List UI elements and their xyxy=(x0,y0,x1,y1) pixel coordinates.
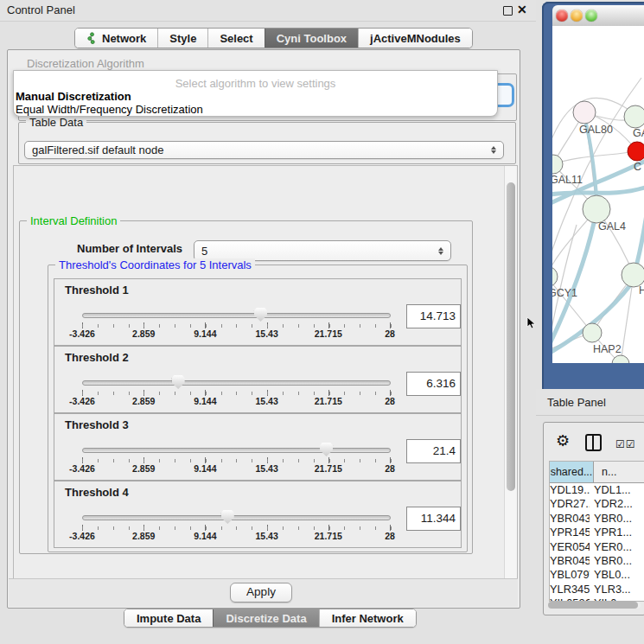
threshold-2-value-field[interactable]: 6.316 xyxy=(406,372,461,396)
tab-jactivemnodules[interactable]: jActiveMNodules xyxy=(358,29,472,48)
network-window-titlebar[interactable] xyxy=(552,5,644,27)
table-row[interactable]: YPR145WYPR1... xyxy=(550,526,644,539)
slider-scale: -3.4262.8599.14415.4321.71528 xyxy=(54,396,461,408)
table-cell: YBR0... xyxy=(590,554,644,568)
threshold-4-value-field[interactable]: 11.344 xyxy=(406,507,461,531)
tab-network[interactable]: Network xyxy=(75,29,157,48)
network-node[interactable] xyxy=(552,155,563,174)
network-node[interactable] xyxy=(624,105,644,128)
network-node[interactable] xyxy=(583,323,602,342)
threshold-3-label: Threshold 3 xyxy=(65,418,129,431)
column-header-name[interactable]: n... xyxy=(594,462,644,482)
table-row[interactable]: YDR27...YDR2... xyxy=(550,497,644,511)
table-cell: YDL1... xyxy=(590,483,644,497)
algorithm-option-manual[interactable]: Manual Discretization xyxy=(16,90,131,103)
tab-select-label: Select xyxy=(220,32,252,45)
combobox-stepper-icon[interactable] xyxy=(488,142,499,158)
threshold-1-value-field[interactable]: 14.713 xyxy=(406,304,461,328)
float-window-icon[interactable] xyxy=(503,6,513,16)
settings-vertical-scrollbar[interactable] xyxy=(504,166,517,579)
control-panel-title: Control Panel xyxy=(7,3,75,16)
network-node[interactable] xyxy=(552,266,558,287)
network-canvas[interactable]: GAL80GACGAL11GAL4GCY1HHAP2 xyxy=(552,26,644,363)
slider-scale-label: 2.859 xyxy=(132,531,155,541)
network-node[interactable] xyxy=(628,142,644,161)
discretization-algorithm-group-title: Discretization Algorithm xyxy=(27,57,144,70)
table-horizontal-scrollbar[interactable] xyxy=(548,602,641,609)
table-cell: YBR045C xyxy=(550,554,590,568)
tab-infer-network[interactable]: Infer Network xyxy=(319,609,416,627)
network-node[interactable] xyxy=(622,263,644,287)
control-panel-titlebar: Control Panel ✕ xyxy=(0,0,536,22)
table-row[interactable]: YDL19...YDL1... xyxy=(550,483,644,497)
tab-impute-data[interactable]: Impute Data xyxy=(124,609,213,627)
table-hscrollbar-thumb[interactable] xyxy=(548,602,638,609)
network-node-label: GAL80 xyxy=(579,124,613,136)
tab-cyni-toolbox[interactable]: Cyni Toolbox xyxy=(265,29,358,48)
zoom-traffic-light-icon[interactable] xyxy=(585,10,597,22)
tab-discretize-data[interactable]: Discretize Data xyxy=(213,609,318,627)
close-icon[interactable]: ✕ xyxy=(517,3,527,16)
gear-icon[interactable]: ⚙ xyxy=(556,431,570,450)
threshold-3-slider-track[interactable] xyxy=(82,448,391,453)
number-of-intervals-label: Number of Intervals xyxy=(77,242,182,255)
tab-select[interactable]: Select xyxy=(207,29,264,48)
slider-scale: -3.4262.8599.14415.4321.71528 xyxy=(54,531,461,543)
table-cell: YER054C xyxy=(550,540,590,554)
threshold-3-value-field[interactable]: 21.4 xyxy=(406,439,461,463)
algorithm-placeholder-option[interactable]: Select algorithm to view settings xyxy=(14,77,497,90)
slider-scale-label: -3.426 xyxy=(69,531,95,541)
threshold-1-slider-track[interactable] xyxy=(82,313,391,318)
column-header-shared[interactable]: shared... xyxy=(550,462,594,482)
column-checkboxes-icon[interactable]: ☑☑ xyxy=(615,438,636,450)
table-row[interactable]: YBR045CYBR0... xyxy=(550,554,644,568)
threshold-2-panel: Threshold 2 -3.4262.8599.14415.4321.7152… xyxy=(54,346,462,413)
threshold-4-slider-thumb[interactable] xyxy=(221,510,234,524)
algorithm-dropdown-popup: Select algorithm to view settings Manual… xyxy=(13,70,498,117)
slider-ticks xyxy=(82,392,392,395)
network-node-label: C xyxy=(634,161,641,173)
slider-scale-label: 9.144 xyxy=(194,396,216,406)
table-cell: YDR27... xyxy=(550,497,590,511)
slider-scale-label: 15.43 xyxy=(255,463,277,474)
slider-scale-label: 28 xyxy=(385,531,395,541)
threshold-1-slider-thumb[interactable] xyxy=(254,308,267,322)
minimize-traffic-light-icon[interactable] xyxy=(571,10,583,22)
combobox-stepper-icon[interactable] xyxy=(436,241,446,260)
threshold-2-slider-thumb[interactable] xyxy=(172,375,185,389)
algorithm-option-equal-width[interactable]: Equal Width/Frequency Discretization xyxy=(16,103,203,116)
threshold-2-label: Threshold 2 xyxy=(65,351,129,364)
table-row[interactable]: YLR345WYLR3... xyxy=(550,583,644,596)
close-traffic-light-icon[interactable] xyxy=(556,10,568,22)
tab-jactivemnodules-label: jActiveMNodules xyxy=(370,32,461,45)
network-node[interactable] xyxy=(583,195,610,223)
threshold-2-slider-track[interactable] xyxy=(82,380,391,386)
table-cell: YPR145W xyxy=(550,526,590,539)
table-row[interactable]: YBR043CYBR0... xyxy=(550,512,644,526)
network-node[interactable] xyxy=(573,101,596,124)
tab-style[interactable]: Style xyxy=(157,29,207,48)
node-attribute-table[interactable]: shared... n... YDL19...YDL1...YDR27...YD… xyxy=(549,461,644,602)
table-data-combobox-value: galFiltered.sif default node xyxy=(32,143,163,156)
table-cell: YLR345W xyxy=(550,583,590,596)
table-row[interactable]: YBL079WYBL0... xyxy=(550,568,644,582)
slider-scale-label: -3.426 xyxy=(69,328,95,339)
table-cell: YDR2... xyxy=(590,497,644,511)
slider-scale: -3.4262.8599.14415.4321.71528 xyxy=(54,463,461,475)
slider-scale: -3.4262.8599.14415.4321.71528 xyxy=(54,328,461,341)
network-node[interactable] xyxy=(612,355,629,363)
network-node-label: GA xyxy=(633,127,644,139)
network-view-window[interactable]: GAL80GACGAL11GAL4GCY1HHAP2 xyxy=(542,2,644,389)
slider-ticks xyxy=(82,324,392,328)
table-data-combobox[interactable]: galFiltered.sif default node xyxy=(24,141,504,159)
threshold-3-slider-thumb[interactable] xyxy=(320,443,333,456)
apply-button[interactable]: Apply xyxy=(230,583,292,603)
split-columns-icon[interactable] xyxy=(585,434,602,451)
table-data-groupbox: Table Data galFiltered.sif default node xyxy=(18,122,516,164)
threshold-4-slider-track[interactable] xyxy=(82,515,391,520)
table-row[interactable]: YER054CYER0... xyxy=(550,540,644,554)
slider-scale-label: 28 xyxy=(385,396,395,406)
slider-scale-label: 21.715 xyxy=(315,531,342,541)
settings-scrollbar-thumb[interactable] xyxy=(507,182,515,491)
cyni-mode-tabbar: Impute Data Discretize Data Infer Networ… xyxy=(124,609,417,628)
